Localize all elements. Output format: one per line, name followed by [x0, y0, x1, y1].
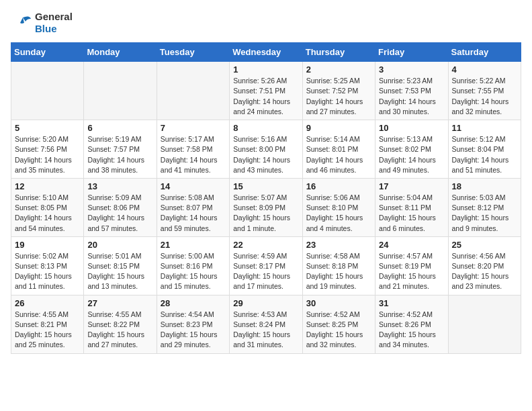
day-info: Sunrise: 4:55 AMSunset: 8:22 PMDaylight:…	[87, 310, 152, 351]
page-header: General Blue	[11, 11, 521, 34]
day-info: Sunrise: 4:55 AMSunset: 8:21 PMDaylight:…	[15, 310, 80, 351]
calendar-cell: 16Sunrise: 5:06 AMSunset: 8:10 PMDayligh…	[302, 178, 375, 236]
weekday-header-friday: Friday	[375, 43, 448, 62]
calendar-cell: 2Sunrise: 5:25 AMSunset: 7:52 PMDaylight…	[302, 62, 375, 120]
logo-general-text: General	[35, 11, 73, 22]
day-number: 25	[452, 240, 517, 250]
day-number: 9	[306, 123, 371, 133]
day-number: 4	[452, 64, 517, 75]
day-number: 21	[161, 240, 226, 250]
day-number: 19	[15, 240, 80, 250]
day-number: 11	[452, 123, 517, 133]
day-info: Sunrise: 5:14 AMSunset: 8:01 PMDaylight:…	[306, 134, 371, 175]
day-info: Sunrise: 5:00 AMSunset: 8:16 PMDaylight:…	[161, 251, 226, 292]
calendar-cell: 15Sunrise: 5:07 AMSunset: 8:09 PMDayligh…	[230, 178, 302, 236]
weekday-header-tuesday: Tuesday	[157, 43, 229, 62]
calendar-cell: 17Sunrise: 5:04 AMSunset: 8:11 PMDayligh…	[375, 178, 448, 236]
day-number: 14	[161, 181, 226, 191]
calendar-header: SundayMondayTuesdayWednesdayThursdayFrid…	[11, 43, 521, 62]
day-number: 16	[306, 181, 371, 191]
calendar-week-row: 19Sunrise: 5:02 AMSunset: 8:13 PMDayligh…	[11, 236, 521, 295]
day-number: 29	[233, 298, 298, 308]
day-number: 28	[161, 298, 226, 308]
day-number: 30	[306, 298, 371, 308]
day-info: Sunrise: 5:25 AMSunset: 7:52 PMDaylight:…	[306, 76, 371, 117]
weekday-header-thursday: Thursday	[302, 43, 375, 62]
calendar-body: 1Sunrise: 5:26 AMSunset: 7:51 PMDaylight…	[11, 62, 521, 353]
calendar-cell: 28Sunrise: 4:54 AMSunset: 8:23 PMDayligh…	[157, 295, 229, 353]
calendar-cell: 26Sunrise: 4:55 AMSunset: 8:21 PMDayligh…	[11, 295, 84, 353]
day-number: 8	[233, 123, 298, 133]
day-info: Sunrise: 4:57 AMSunset: 8:19 PMDaylight:…	[379, 251, 444, 292]
day-number: 23	[306, 240, 371, 250]
calendar-cell: 10Sunrise: 5:13 AMSunset: 8:02 PMDayligh…	[375, 120, 448, 179]
day-info: Sunrise: 5:12 AMSunset: 8:04 PMDaylight:…	[452, 134, 517, 175]
day-info: Sunrise: 5:09 AMSunset: 8:06 PMDaylight:…	[87, 193, 152, 234]
day-info: Sunrise: 5:16 AMSunset: 8:00 PMDaylight:…	[233, 134, 298, 175]
day-info: Sunrise: 5:26 AMSunset: 7:51 PMDaylight:…	[233, 76, 298, 117]
calendar-week-row: 12Sunrise: 5:10 AMSunset: 8:05 PMDayligh…	[11, 178, 521, 236]
day-info: Sunrise: 4:56 AMSunset: 8:20 PMDaylight:…	[452, 251, 517, 292]
day-info: Sunrise: 5:17 AMSunset: 7:58 PMDaylight:…	[161, 134, 226, 175]
logo-bird-icon	[11, 12, 32, 34]
logo: General Blue	[11, 11, 73, 34]
day-number: 20	[87, 240, 152, 250]
calendar-table: SundayMondayTuesdayWednesdayThursdayFrid…	[11, 42, 521, 353]
day-info: Sunrise: 5:08 AMSunset: 8:07 PMDaylight:…	[161, 193, 226, 234]
day-number: 22	[233, 240, 298, 250]
day-info: Sunrise: 5:23 AMSunset: 7:53 PMDaylight:…	[379, 76, 444, 117]
day-info: Sunrise: 4:54 AMSunset: 8:23 PMDaylight:…	[161, 310, 226, 351]
calendar-cell: 11Sunrise: 5:12 AMSunset: 8:04 PMDayligh…	[448, 120, 521, 179]
calendar-cell	[84, 62, 157, 120]
weekday-header-sunday: Sunday	[11, 43, 84, 62]
calendar-cell: 25Sunrise: 4:56 AMSunset: 8:20 PMDayligh…	[448, 236, 521, 295]
day-number: 26	[15, 298, 80, 308]
calendar-cell: 19Sunrise: 5:02 AMSunset: 8:13 PMDayligh…	[11, 236, 84, 295]
day-info: Sunrise: 4:52 AMSunset: 8:26 PMDaylight:…	[379, 310, 444, 351]
calendar-week-row: 1Sunrise: 5:26 AMSunset: 7:51 PMDaylight…	[11, 62, 521, 120]
day-info: Sunrise: 5:10 AMSunset: 8:05 PMDaylight:…	[15, 193, 80, 234]
calendar-cell: 23Sunrise: 4:58 AMSunset: 8:18 PMDayligh…	[302, 236, 375, 295]
day-number: 1	[233, 64, 298, 75]
day-number: 24	[379, 240, 444, 250]
calendar-cell: 3Sunrise: 5:23 AMSunset: 7:53 PMDaylight…	[375, 62, 448, 120]
calendar-cell	[157, 62, 229, 120]
day-number: 12	[15, 181, 80, 191]
day-number: 31	[379, 298, 444, 308]
day-info: Sunrise: 5:04 AMSunset: 8:11 PMDaylight:…	[379, 193, 444, 234]
calendar-cell	[448, 295, 521, 353]
calendar-cell: 8Sunrise: 5:16 AMSunset: 8:00 PMDaylight…	[230, 120, 302, 179]
weekday-header-row: SundayMondayTuesdayWednesdayThursdayFrid…	[11, 43, 521, 62]
calendar-cell: 4Sunrise: 5:22 AMSunset: 7:55 PMDaylight…	[448, 62, 521, 120]
calendar-cell: 30Sunrise: 4:52 AMSunset: 8:25 PMDayligh…	[302, 295, 375, 353]
day-info: Sunrise: 5:01 AMSunset: 8:15 PMDaylight:…	[87, 251, 152, 292]
day-info: Sunrise: 5:07 AMSunset: 8:09 PMDaylight:…	[233, 193, 298, 234]
day-info: Sunrise: 4:59 AMSunset: 8:17 PMDaylight:…	[233, 251, 298, 292]
day-number: 13	[87, 181, 152, 191]
day-number: 6	[87, 123, 152, 133]
weekday-header-wednesday: Wednesday	[230, 43, 302, 62]
calendar-cell: 20Sunrise: 5:01 AMSunset: 8:15 PMDayligh…	[84, 236, 157, 295]
calendar-cell: 6Sunrise: 5:19 AMSunset: 7:57 PMDaylight…	[84, 120, 157, 179]
day-info: Sunrise: 4:52 AMSunset: 8:25 PMDaylight:…	[306, 310, 371, 351]
calendar-cell: 12Sunrise: 5:10 AMSunset: 8:05 PMDayligh…	[11, 178, 84, 236]
day-number: 7	[161, 123, 226, 133]
calendar-cell: 21Sunrise: 5:00 AMSunset: 8:16 PMDayligh…	[157, 236, 229, 295]
day-info: Sunrise: 5:06 AMSunset: 8:10 PMDaylight:…	[306, 193, 371, 234]
calendar-week-row: 5Sunrise: 5:20 AMSunset: 7:56 PMDaylight…	[11, 120, 521, 179]
day-number: 18	[452, 181, 517, 191]
calendar-cell: 7Sunrise: 5:17 AMSunset: 7:58 PMDaylight…	[157, 120, 229, 179]
calendar-cell: 31Sunrise: 4:52 AMSunset: 8:26 PMDayligh…	[375, 295, 448, 353]
day-info: Sunrise: 5:03 AMSunset: 8:12 PMDaylight:…	[452, 193, 517, 234]
day-info: Sunrise: 4:58 AMSunset: 8:18 PMDaylight:…	[306, 251, 371, 292]
calendar-cell: 29Sunrise: 4:53 AMSunset: 8:24 PMDayligh…	[230, 295, 302, 353]
day-number: 10	[379, 123, 444, 133]
day-info: Sunrise: 5:19 AMSunset: 7:57 PMDaylight:…	[87, 134, 152, 175]
day-number: 3	[379, 64, 444, 75]
calendar-cell: 18Sunrise: 5:03 AMSunset: 8:12 PMDayligh…	[448, 178, 521, 236]
calendar-cell: 1Sunrise: 5:26 AMSunset: 7:51 PMDaylight…	[230, 62, 302, 120]
calendar-week-row: 26Sunrise: 4:55 AMSunset: 8:21 PMDayligh…	[11, 295, 521, 353]
calendar-cell: 5Sunrise: 5:20 AMSunset: 7:56 PMDaylight…	[11, 120, 84, 179]
calendar-cell: 13Sunrise: 5:09 AMSunset: 8:06 PMDayligh…	[84, 178, 157, 236]
calendar-cell: 24Sunrise: 4:57 AMSunset: 8:19 PMDayligh…	[375, 236, 448, 295]
